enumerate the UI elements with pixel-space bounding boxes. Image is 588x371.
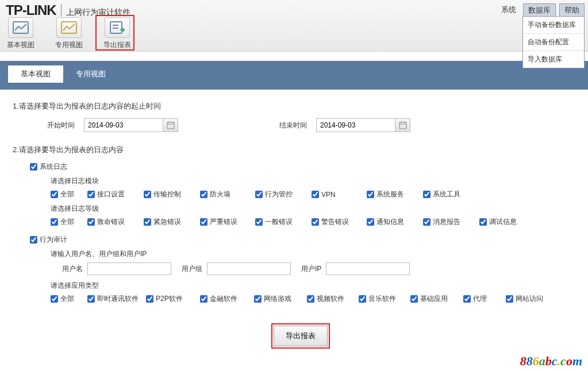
toolbar-basic-label: 基本视图 (7, 40, 34, 50)
toolbar-basic-view[interactable]: 基本视图 (5, 17, 37, 50)
app-music-label: 音乐软件 (368, 294, 396, 304)
checkbox-level-alert[interactable] (312, 218, 319, 226)
checkbox-level-all[interactable] (51, 218, 58, 226)
checkbox-app-proxy[interactable] (463, 295, 471, 303)
checkbox-module-svc[interactable] (367, 191, 374, 198)
level-all-label: 全部 (60, 217, 74, 227)
level-urgent-label: 紧急错误 (153, 217, 181, 227)
app-fin-label: 金融软件 (210, 294, 237, 304)
logo-separator (61, 4, 62, 17)
checkbox-app-p2p[interactable] (146, 295, 153, 303)
level-general-label: 一般错误 (265, 217, 293, 227)
checkbox-module-all[interactable] (51, 191, 58, 198)
calendar-icon (167, 121, 175, 129)
checkbox-level-msg[interactable] (423, 218, 431, 226)
level-title: 请选择日志等级 (51, 204, 588, 214)
export-button-wrap: 导出报表 (13, 323, 588, 349)
level-row: 全部 致命错误 紧急错误 严重错误 一般错误 警告错误 通知信息 消息报告 调试… (51, 217, 588, 227)
app-im-label: 即时通讯软件 (97, 294, 139, 304)
checkbox-module-vpn[interactable] (312, 191, 319, 198)
checkbox-app-im[interactable] (87, 295, 95, 303)
checkbox-level-urgent[interactable] (144, 218, 151, 226)
basic-view-icon (8, 17, 33, 38)
level-fatal-label: 致命错误 (97, 217, 125, 227)
section1-title: 1.请选择要导出为报表的日志内容的起止时间 (13, 101, 588, 111)
app-base-label: 基础应用 (420, 294, 448, 304)
start-time-label: 开始时间 (47, 121, 75, 130)
app-all-label: 全部 (60, 294, 74, 304)
checkbox-audit[interactable] (30, 236, 37, 244)
username-input[interactable] (87, 262, 171, 275)
start-time-calendar-button[interactable] (163, 118, 178, 132)
module-trans-label: 传输控制 (153, 190, 181, 199)
dedicated-view-icon (56, 17, 82, 38)
database-dropdown: 手动备份数据库 自动备份配置 导入数据库 (522, 16, 585, 68)
toolbar-dedicated-label: 专用视图 (55, 40, 83, 50)
level-alert-label: 警告错误 (321, 217, 349, 227)
section2-title: 2.请选择要导出为报表的日志内容 (13, 145, 588, 155)
dropdown-item-auto-backup[interactable]: 自动备份配置 (523, 34, 584, 51)
menu-system[interactable]: 系统 (498, 3, 520, 17)
username-label: 用户名 (62, 264, 83, 274)
checkbox-module-tool[interactable] (423, 191, 431, 198)
tab-basic[interactable]: 基本视图 (8, 65, 63, 83)
watermark: 886abc.com (520, 354, 582, 360)
checkbox-app-video[interactable] (307, 295, 314, 303)
menu-database[interactable]: 数据库 (523, 3, 556, 17)
header-bar: TP-LINK 上网行为审计软件 系统 数据库 帮助 手动备份数据库 自动备份配… (0, 0, 588, 52)
usergroup-input[interactable] (207, 262, 291, 275)
userip-input[interactable] (326, 262, 410, 275)
level-debug-label: 调试信息 (489, 217, 517, 227)
checkbox-level-general[interactable] (255, 218, 263, 226)
checkbox-syslog[interactable] (30, 163, 37, 171)
checkbox-level-fatal[interactable] (87, 218, 95, 226)
module-svc-label: 系统服务 (376, 190, 404, 199)
level-severe-label: 严重错误 (210, 217, 237, 227)
app-web-label: 网站访问 (516, 294, 543, 304)
checkbox-app-web[interactable] (506, 295, 513, 303)
end-time-input[interactable] (316, 118, 395, 132)
app-video-label: 视频软件 (317, 294, 344, 304)
apptype-row: 全部 即时通讯软件 P2P软件 金融软件 网络游戏 视频软件 音乐软件 基础应用… (51, 294, 588, 304)
user-title: 请输入用户名、用户组和用户IP (51, 249, 588, 259)
export-button-highlight: 导出报表 (271, 323, 330, 349)
usergroup-label: 用户组 (182, 264, 202, 274)
module-fw-label: 防火墙 (210, 190, 230, 199)
checkbox-app-music[interactable] (359, 295, 366, 303)
end-time-calendar-button[interactable] (395, 118, 410, 132)
module-row: 全部 接口设置 传输控制 防火墙 行为管控 VPN 系统服务 系统工具 (51, 190, 588, 199)
checkbox-module-iface[interactable] (87, 191, 95, 198)
audit-label: 行为审计 (40, 235, 67, 245)
calendar-icon (399, 121, 407, 129)
checkbox-app-game[interactable] (254, 295, 262, 303)
checkbox-level-notice[interactable] (367, 218, 374, 226)
toolbar-dedicated-view[interactable]: 专用视图 (53, 17, 85, 50)
export-report-button[interactable]: 导出报表 (274, 326, 328, 346)
checkbox-app-all[interactable] (51, 295, 58, 303)
level-msg-label: 消息报告 (433, 217, 460, 227)
start-time-input[interactable] (84, 118, 163, 132)
tabs-underline (0, 83, 588, 90)
userip-label: 用户IP (301, 264, 321, 274)
end-time-label: 结束时间 (279, 121, 307, 130)
checkbox-level-severe[interactable] (200, 218, 207, 226)
module-all-label: 全部 (60, 190, 74, 199)
checkbox-module-fw[interactable] (200, 191, 207, 198)
dropdown-item-manual-backup[interactable]: 手动备份数据库 (523, 17, 584, 34)
checkbox-module-trans[interactable] (144, 191, 151, 198)
checkbox-app-base[interactable] (410, 295, 418, 303)
level-notice-label: 通知信息 (376, 217, 404, 227)
checkbox-module-behav[interactable] (255, 191, 263, 198)
dropdown-item-import[interactable]: 导入数据库 (523, 51, 584, 68)
checkbox-app-fin[interactable] (200, 295, 207, 303)
tab-dedicated[interactable]: 专用视图 (63, 65, 118, 83)
app-p2p-label: P2P软件 (156, 294, 183, 304)
tabs-row: 基本视图 专用视图 (0, 61, 588, 83)
syslog-label: 系统日志 (40, 162, 67, 172)
date-row: 开始时间 结束时间 (47, 118, 588, 132)
svg-rect-9 (399, 122, 406, 129)
brand-logo: TP-LINK (6, 2, 56, 18)
apptype-title: 请选择应用类型 (51, 281, 588, 291)
checkbox-level-debug[interactable] (479, 218, 487, 226)
menu-help[interactable]: 帮助 (559, 3, 585, 17)
